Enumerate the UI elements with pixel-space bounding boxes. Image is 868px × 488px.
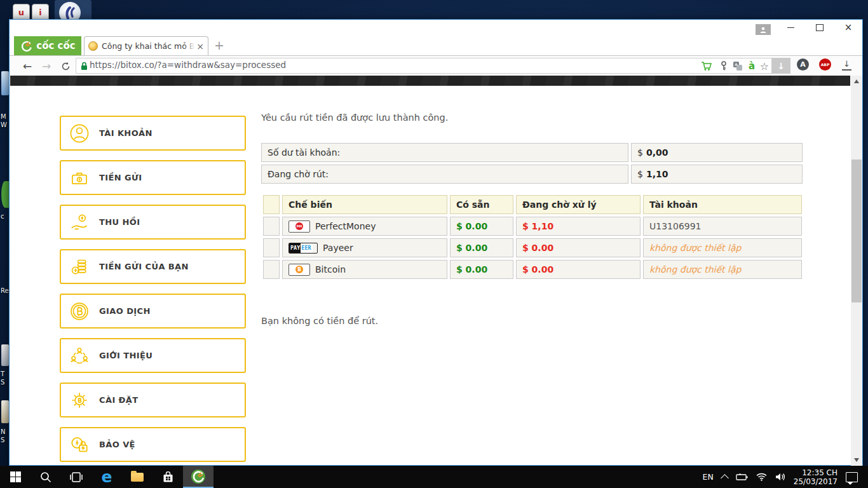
sidebar-item-withdraw[interactable]: THU HỒI — [60, 205, 246, 240]
desktop-icon-sliver-tan[interactable] — [1, 400, 9, 423]
pm-badge: PM — [295, 222, 303, 230]
header-available: Có sẵn — [450, 195, 513, 214]
coccoc-logo-icon — [20, 39, 32, 52]
maximize-button[interactable] — [810, 20, 829, 35]
coin-stack-icon — [69, 257, 90, 277]
cart-extension-icon[interactable] — [700, 60, 713, 72]
tab-close-icon[interactable]: × — [196, 41, 204, 51]
translate-page-action-icon[interactable] — [731, 60, 744, 72]
scroll-down-arrow[interactable] — [854, 458, 859, 462]
sidebar-item-referral[interactable]: GIỚI THIỆU — [60, 338, 246, 373]
edge-button[interactable]: e — [92, 466, 122, 488]
vietnamese-input-icon[interactable]: à — [745, 60, 758, 72]
taskbar-search-button[interactable] — [31, 466, 61, 488]
header-empty — [263, 195, 280, 214]
maximize-icon — [816, 24, 824, 31]
system-tray: EN 12:35 CH 25/03/2017 — [703, 468, 868, 486]
header-pending: Đang chờ xử lý — [516, 195, 641, 214]
referral-network-icon — [69, 346, 90, 366]
bookmark-star-icon[interactable]: ☆ — [758, 60, 771, 72]
battery-icon[interactable] — [736, 473, 748, 481]
bitcoin-coin-icon — [69, 301, 90, 322]
file-explorer-button[interactable] — [122, 466, 153, 488]
sidebar-item-your-deposits[interactable]: TIỀN GỬI CỦA BẠN — [60, 249, 246, 284]
desktop-icon-sliver-green[interactable] — [1, 181, 9, 208]
https-lock-icon[interactable] — [78, 60, 90, 72]
sidebar-item-label: THU HỒI — [99, 217, 140, 227]
sidebar-item-protect[interactable]: BẢO VỆ — [60, 427, 246, 462]
tray-chevron-icon[interactable] — [721, 474, 729, 482]
downloads-button[interactable]: ↓ — [842, 59, 851, 71]
strip-label: M — [1, 113, 6, 121]
pending-value-row: $ 1,10 — [631, 165, 803, 184]
available-cell: $ 0.00 — [450, 260, 513, 279]
tab-favicon-icon — [88, 41, 98, 51]
translate-icon — [733, 61, 743, 71]
sidebar-item-trade[interactable]: GIAO DỊCH — [60, 294, 246, 329]
sidebar-item-account[interactable]: TÀI KHOẢN — [60, 116, 246, 151]
person-icon — [759, 26, 767, 34]
wifi-icon[interactable] — [756, 473, 767, 481]
browser-window: × cốc cốc Công ty khai thác mỏ Bito × + … — [9, 19, 863, 466]
back-button[interactable]: ← — [20, 58, 35, 74]
currency-sign: $ — [637, 169, 643, 179]
available-cell: $ 0.00 — [450, 238, 513, 257]
payeer-badge-dark: PAY — [289, 243, 301, 253]
method-cell: B Bitcoin — [282, 260, 447, 279]
forward-button[interactable]: → — [39, 58, 54, 74]
account-cell: không được thiết lập — [643, 238, 802, 257]
volume-icon[interactable] — [775, 473, 785, 481]
balance-label: Đang chờ rút: — [268, 169, 329, 179]
title-bar: × — [10, 20, 862, 36]
start-button[interactable] — [0, 466, 31, 488]
action-center-icon[interactable] — [846, 472, 858, 482]
currency-sign: $ — [637, 147, 643, 158]
pending-cell: $ 1,10 — [516, 217, 641, 236]
strip-label: c — [1, 213, 4, 220]
refresh-button[interactable] — [58, 58, 73, 74]
profile-avatar[interactable] — [756, 24, 771, 35]
scroll-up-arrow[interactable] — [854, 79, 859, 83]
language-indicator[interactable]: EN — [703, 472, 714, 482]
scrollbar-thumb[interactable] — [851, 159, 862, 302]
coccoc-brand-button[interactable]: cốc cốc — [14, 36, 81, 55]
desktop-shortcut-unikey-i[interactable]: i — [32, 4, 49, 21]
new-tab-button[interactable]: + — [214, 38, 224, 52]
row-spacer-cell — [263, 260, 280, 279]
adblock-plus-icon[interactable]: ABP — [819, 58, 831, 71]
clock-date: 25/03/2017 — [794, 477, 837, 486]
payeer-badge-blue: EER — [301, 243, 312, 253]
download-page-action[interactable]: ↓ — [771, 58, 790, 74]
sidebar-item-label: TÀI KHOẢN — [99, 128, 153, 138]
clock-time: 12:35 CH — [802, 468, 837, 477]
store-button[interactable] — [153, 466, 183, 488]
coccoc-brand-label: cốc cốc — [36, 40, 75, 51]
search-icon — [40, 471, 51, 483]
minimize-button[interactable] — [781, 20, 800, 35]
task-view-button[interactable] — [61, 466, 92, 488]
method-cell: PM PerfectMoney — [282, 217, 447, 236]
pending-label-row: Đang chờ rút: — [261, 165, 628, 184]
sidebar-item-deposit[interactable]: TIỀN GỬI — [60, 160, 246, 195]
sidebar-item-settings[interactable]: CÀI ĐẶT — [60, 383, 246, 417]
page-scrollbar[interactable] — [851, 76, 862, 466]
hand-coin-icon — [69, 212, 90, 233]
coccoc-taskbar-button[interactable] — [183, 466, 214, 488]
shopping-cart-icon — [701, 61, 712, 71]
sidebar-item-label: GIAO DỊCH — [99, 306, 151, 316]
desktop-shortcut-unikey-u[interactable]: u — [13, 4, 30, 21]
url-text[interactable]: https://bitox.co/?a=withdraw&say=process… — [90, 60, 286, 70]
taskbar-clock[interactable]: 12:35 CH 25/03/2017 — [794, 468, 837, 486]
key-icon — [720, 61, 728, 71]
strip-label: T — [1, 370, 4, 378]
account-cell: U13106991 — [643, 217, 802, 236]
extension-a-icon[interactable]: A — [797, 58, 809, 71]
key-page-action-icon[interactable] — [717, 60, 730, 72]
desktop-icon-sliver-blue[interactable] — [1, 71, 9, 95]
close-button[interactable]: × — [839, 20, 858, 35]
desktop-icon-sliver-gray[interactable] — [1, 344, 9, 366]
tab-active[interactable]: Công ty khai thác mỏ Bito × — [84, 36, 208, 55]
header-account: Tài khoản — [643, 195, 802, 214]
pending-cell: $ 0.00 — [516, 238, 641, 257]
available-cell: $ 0.00 — [450, 217, 513, 236]
